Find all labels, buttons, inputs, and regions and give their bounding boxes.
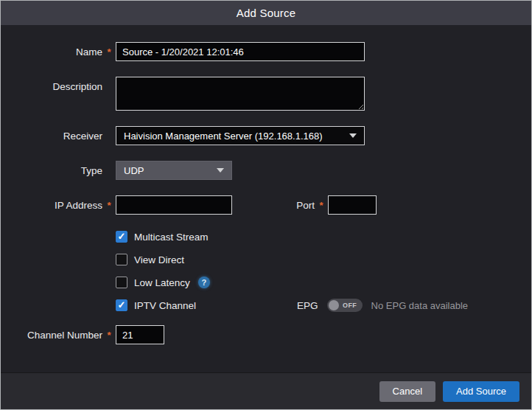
add-source-dialog: Add Source Name * Description Receiver H…: [0, 0, 532, 410]
channel-number-row: Channel Number *: [1, 325, 531, 344]
dialog-title: Add Source: [237, 7, 295, 19]
receiver-selected-value: Haivision Management Server (192.168.1.1…: [124, 131, 323, 142]
receiver-row: Receiver Haivision Management Server (19…: [1, 126, 531, 145]
epg-toggle[interactable]: OFF: [327, 299, 363, 312]
help-icon[interactable]: ?: [198, 277, 210, 288]
dialog-content: Name * Description Receiver Haivision Ma…: [1, 25, 531, 372]
low-latency-checkbox[interactable]: [116, 277, 127, 288]
description-row: Description: [1, 77, 531, 111]
dialog-titlebar: Add Source: [1, 1, 531, 25]
description-textarea[interactable]: [116, 77, 365, 111]
name-label: Name: [7, 46, 102, 58]
add-source-button[interactable]: Add Source: [443, 381, 519, 402]
epg-toggle-state: OFF: [339, 302, 361, 309]
name-input[interactable]: [116, 42, 365, 61]
type-select[interactable]: UDP: [116, 161, 232, 180]
name-row: Name *: [1, 42, 531, 61]
type-row: Type UDP: [1, 161, 531, 180]
multicast-stream-row: Multicast Stream: [116, 230, 531, 243]
type-selected-value: UDP: [124, 165, 144, 176]
iptv-channel-label: IPTV Channel: [134, 300, 196, 311]
receiver-select[interactable]: Haivision Management Server (192.168.1.1…: [116, 126, 365, 145]
required-asterisk: *: [315, 201, 328, 210]
epg-status-text: No EPG data available: [371, 300, 469, 311]
type-label: Type: [7, 165, 102, 176]
dialog-footer: Cancel Add Source: [1, 372, 531, 409]
required-asterisk: *: [102, 47, 116, 57]
epg-label: EPG: [297, 300, 318, 311]
channel-number-label: Channel Number: [7, 330, 102, 341]
low-latency-label: Low Latency: [134, 277, 190, 288]
view-direct-checkbox[interactable]: [116, 254, 127, 265]
chevron-down-icon: [349, 133, 357, 138]
cancel-button[interactable]: Cancel: [379, 381, 435, 402]
ip-address-label: IP Address: [7, 200, 102, 211]
iptv-channel-checkbox[interactable]: [116, 299, 127, 311]
view-direct-label: View Direct: [134, 254, 184, 265]
port-label: Port: [232, 200, 315, 211]
iptv-channel-row: IPTV Channel EPG OFF No EPG data availab…: [116, 299, 531, 312]
chevron-down-icon: [217, 168, 224, 173]
toggle-knob-icon: [329, 300, 339, 310]
required-asterisk: *: [102, 330, 116, 340]
low-latency-row: Low Latency ?: [116, 276, 531, 289]
required-asterisk: *: [102, 201, 116, 210]
ip-address-input[interactable]: [116, 195, 232, 215]
ip-port-row: IP Address * Port *: [1, 195, 531, 215]
channel-number-input[interactable]: [116, 325, 164, 344]
epg-cluster: EPG OFF No EPG data available: [297, 299, 468, 312]
view-direct-row: View Direct: [116, 253, 531, 266]
description-label: Description: [7, 81, 102, 92]
multicast-stream-checkbox[interactable]: [116, 231, 127, 243]
receiver-label: Receiver: [7, 131, 102, 142]
port-input[interactable]: [328, 195, 377, 215]
multicast-stream-label: Multicast Stream: [134, 232, 209, 243]
